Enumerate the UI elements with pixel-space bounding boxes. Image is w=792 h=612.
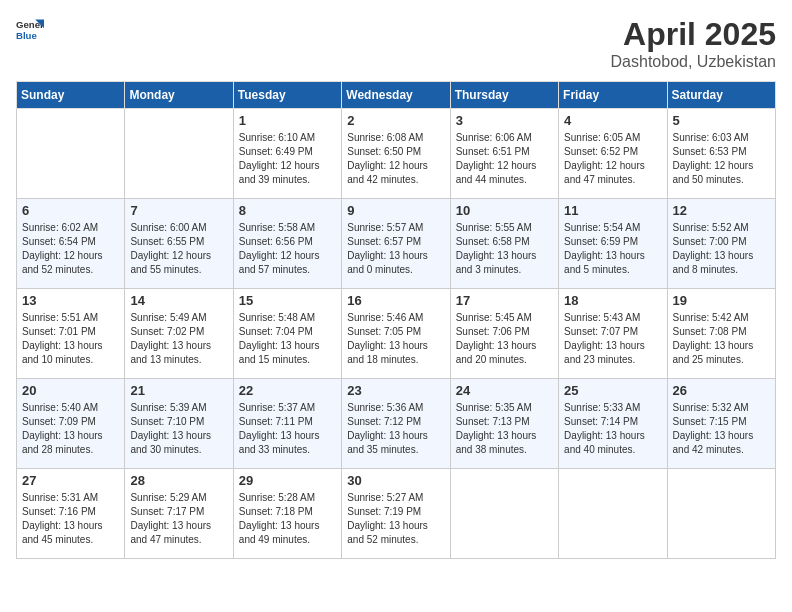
cell-content: Sunrise: 5:58 AM Sunset: 6:56 PM Dayligh… (239, 221, 336, 277)
calendar-cell (559, 469, 667, 559)
day-number: 3 (456, 113, 553, 128)
cell-content: Sunrise: 6:10 AM Sunset: 6:49 PM Dayligh… (239, 131, 336, 187)
day-number: 9 (347, 203, 444, 218)
cell-content: Sunrise: 5:31 AM Sunset: 7:16 PM Dayligh… (22, 491, 119, 547)
cell-content: Sunrise: 5:37 AM Sunset: 7:11 PM Dayligh… (239, 401, 336, 457)
calendar-cell (450, 469, 558, 559)
day-number: 8 (239, 203, 336, 218)
calendar-cell (667, 469, 775, 559)
calendar-week-row: 20Sunrise: 5:40 AM Sunset: 7:09 PM Dayli… (17, 379, 776, 469)
calendar-week-row: 6Sunrise: 6:02 AM Sunset: 6:54 PM Daylig… (17, 199, 776, 289)
logo-icon: General Blue (16, 16, 44, 44)
day-number: 22 (239, 383, 336, 398)
cell-content: Sunrise: 5:28 AM Sunset: 7:18 PM Dayligh… (239, 491, 336, 547)
cell-content: Sunrise: 5:40 AM Sunset: 7:09 PM Dayligh… (22, 401, 119, 457)
cell-content: Sunrise: 5:39 AM Sunset: 7:10 PM Dayligh… (130, 401, 227, 457)
calendar-cell: 17Sunrise: 5:45 AM Sunset: 7:06 PM Dayli… (450, 289, 558, 379)
weekday-header-cell: Saturday (667, 82, 775, 109)
cell-content: Sunrise: 5:42 AM Sunset: 7:08 PM Dayligh… (673, 311, 770, 367)
day-number: 1 (239, 113, 336, 128)
day-number: 25 (564, 383, 661, 398)
calendar-cell: 30Sunrise: 5:27 AM Sunset: 7:19 PM Dayli… (342, 469, 450, 559)
logo: General Blue (16, 16, 44, 44)
calendar-cell: 29Sunrise: 5:28 AM Sunset: 7:18 PM Dayli… (233, 469, 341, 559)
day-number: 19 (673, 293, 770, 308)
cell-content: Sunrise: 5:29 AM Sunset: 7:17 PM Dayligh… (130, 491, 227, 547)
cell-content: Sunrise: 5:51 AM Sunset: 7:01 PM Dayligh… (22, 311, 119, 367)
title-area: April 2025 Dashtobod, Uzbekistan (611, 16, 776, 71)
day-number: 29 (239, 473, 336, 488)
cell-content: Sunrise: 5:35 AM Sunset: 7:13 PM Dayligh… (456, 401, 553, 457)
calendar-cell: 8Sunrise: 5:58 AM Sunset: 6:56 PM Daylig… (233, 199, 341, 289)
day-number: 5 (673, 113, 770, 128)
cell-content: Sunrise: 5:43 AM Sunset: 7:07 PM Dayligh… (564, 311, 661, 367)
calendar-cell: 6Sunrise: 6:02 AM Sunset: 6:54 PM Daylig… (17, 199, 125, 289)
calendar-week-row: 1Sunrise: 6:10 AM Sunset: 6:49 PM Daylig… (17, 109, 776, 199)
day-number: 21 (130, 383, 227, 398)
calendar-cell: 21Sunrise: 5:39 AM Sunset: 7:10 PM Dayli… (125, 379, 233, 469)
day-number: 24 (456, 383, 553, 398)
svg-text:Blue: Blue (16, 30, 37, 41)
calendar-table: SundayMondayTuesdayWednesdayThursdayFrid… (16, 81, 776, 559)
cell-content: Sunrise: 5:33 AM Sunset: 7:14 PM Dayligh… (564, 401, 661, 457)
day-number: 10 (456, 203, 553, 218)
day-number: 20 (22, 383, 119, 398)
day-number: 17 (456, 293, 553, 308)
day-number: 18 (564, 293, 661, 308)
day-number: 26 (673, 383, 770, 398)
calendar-cell: 10Sunrise: 5:55 AM Sunset: 6:58 PM Dayli… (450, 199, 558, 289)
page-header: General Blue April 2025 Dashtobod, Uzbek… (16, 16, 776, 71)
calendar-cell: 22Sunrise: 5:37 AM Sunset: 7:11 PM Dayli… (233, 379, 341, 469)
weekday-header-cell: Tuesday (233, 82, 341, 109)
day-number: 7 (130, 203, 227, 218)
calendar-cell: 14Sunrise: 5:49 AM Sunset: 7:02 PM Dayli… (125, 289, 233, 379)
calendar-cell (17, 109, 125, 199)
cell-content: Sunrise: 6:08 AM Sunset: 6:50 PM Dayligh… (347, 131, 444, 187)
day-number: 23 (347, 383, 444, 398)
calendar-cell: 12Sunrise: 5:52 AM Sunset: 7:00 PM Dayli… (667, 199, 775, 289)
day-number: 4 (564, 113, 661, 128)
location-title: Dashtobod, Uzbekistan (611, 53, 776, 71)
day-number: 11 (564, 203, 661, 218)
calendar-cell: 1Sunrise: 6:10 AM Sunset: 6:49 PM Daylig… (233, 109, 341, 199)
day-number: 15 (239, 293, 336, 308)
cell-content: Sunrise: 5:32 AM Sunset: 7:15 PM Dayligh… (673, 401, 770, 457)
calendar-body: 1Sunrise: 6:10 AM Sunset: 6:49 PM Daylig… (17, 109, 776, 559)
calendar-week-row: 27Sunrise: 5:31 AM Sunset: 7:16 PM Dayli… (17, 469, 776, 559)
month-title: April 2025 (611, 16, 776, 53)
calendar-cell: 20Sunrise: 5:40 AM Sunset: 7:09 PM Dayli… (17, 379, 125, 469)
calendar-cell: 26Sunrise: 5:32 AM Sunset: 7:15 PM Dayli… (667, 379, 775, 469)
day-number: 14 (130, 293, 227, 308)
day-number: 6 (22, 203, 119, 218)
calendar-cell: 16Sunrise: 5:46 AM Sunset: 7:05 PM Dayli… (342, 289, 450, 379)
cell-content: Sunrise: 5:36 AM Sunset: 7:12 PM Dayligh… (347, 401, 444, 457)
day-number: 16 (347, 293, 444, 308)
weekday-header-cell: Friday (559, 82, 667, 109)
calendar-cell: 13Sunrise: 5:51 AM Sunset: 7:01 PM Dayli… (17, 289, 125, 379)
day-number: 28 (130, 473, 227, 488)
calendar-cell: 28Sunrise: 5:29 AM Sunset: 7:17 PM Dayli… (125, 469, 233, 559)
calendar-cell: 27Sunrise: 5:31 AM Sunset: 7:16 PM Dayli… (17, 469, 125, 559)
cell-content: Sunrise: 5:27 AM Sunset: 7:19 PM Dayligh… (347, 491, 444, 547)
calendar-cell: 3Sunrise: 6:06 AM Sunset: 6:51 PM Daylig… (450, 109, 558, 199)
cell-content: Sunrise: 6:03 AM Sunset: 6:53 PM Dayligh… (673, 131, 770, 187)
weekday-header-cell: Sunday (17, 82, 125, 109)
calendar-cell: 24Sunrise: 5:35 AM Sunset: 7:13 PM Dayli… (450, 379, 558, 469)
calendar-cell: 25Sunrise: 5:33 AM Sunset: 7:14 PM Dayli… (559, 379, 667, 469)
cell-content: Sunrise: 5:45 AM Sunset: 7:06 PM Dayligh… (456, 311, 553, 367)
cell-content: Sunrise: 5:52 AM Sunset: 7:00 PM Dayligh… (673, 221, 770, 277)
calendar-cell: 15Sunrise: 5:48 AM Sunset: 7:04 PM Dayli… (233, 289, 341, 379)
weekday-header-row: SundayMondayTuesdayWednesdayThursdayFrid… (17, 82, 776, 109)
calendar-cell: 2Sunrise: 6:08 AM Sunset: 6:50 PM Daylig… (342, 109, 450, 199)
calendar-cell: 11Sunrise: 5:54 AM Sunset: 6:59 PM Dayli… (559, 199, 667, 289)
calendar-week-row: 13Sunrise: 5:51 AM Sunset: 7:01 PM Dayli… (17, 289, 776, 379)
day-number: 12 (673, 203, 770, 218)
cell-content: Sunrise: 6:02 AM Sunset: 6:54 PM Dayligh… (22, 221, 119, 277)
calendar-cell: 19Sunrise: 5:42 AM Sunset: 7:08 PM Dayli… (667, 289, 775, 379)
weekday-header-cell: Wednesday (342, 82, 450, 109)
weekday-header-cell: Thursday (450, 82, 558, 109)
cell-content: Sunrise: 6:00 AM Sunset: 6:55 PM Dayligh… (130, 221, 227, 277)
calendar-cell (125, 109, 233, 199)
day-number: 13 (22, 293, 119, 308)
day-number: 2 (347, 113, 444, 128)
